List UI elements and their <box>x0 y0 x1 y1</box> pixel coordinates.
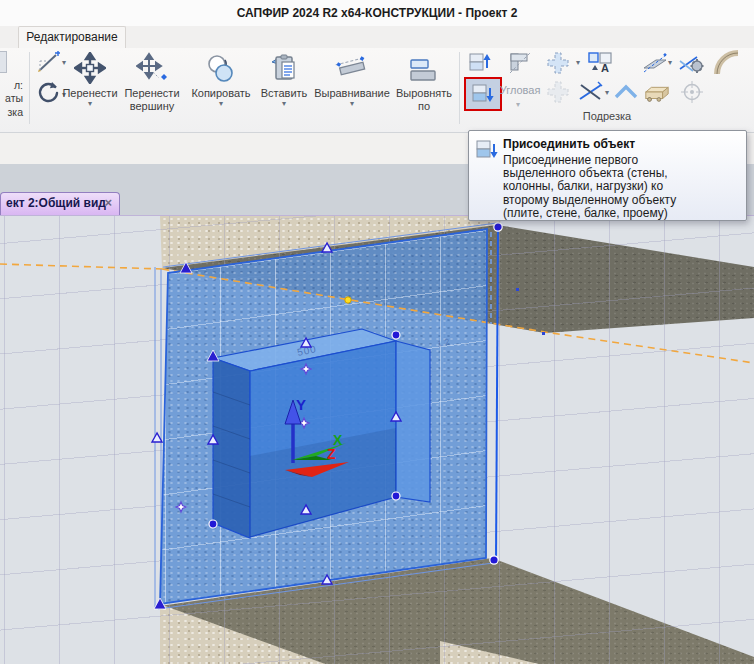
slope-trim-button[interactable] <box>641 50 669 76</box>
svg-text:1 2: 1 2 <box>436 337 450 349</box>
attach-top-button[interactable] <box>466 50 494 76</box>
paste-icon <box>256 50 312 84</box>
align-to-label: Выровнять <box>392 87 456 100</box>
align-pattern-icon: А <box>587 51 613 75</box>
arch-trim-icon <box>613 80 639 104</box>
axis-y-label: Y <box>296 396 306 413</box>
copy-dropdown[interactable]: ▾ <box>186 100 256 108</box>
move-dropdown[interactable]: ▾ <box>62 100 118 108</box>
view-tab-label: ект 2:Общий вид <box>6 196 106 210</box>
corner-trim-icon <box>508 51 532 75</box>
attach-top-icon <box>469 52 491 74</box>
group-separator <box>29 52 30 124</box>
move-vertex-label: Перенести <box>118 87 186 100</box>
attach-object-icon <box>476 139 498 161</box>
align-pattern-button[interactable]: А <box>586 50 614 76</box>
box-left-face <box>213 358 250 538</box>
cross-trim-dropdown[interactable]: ▾ <box>576 58 580 67</box>
align-to-icon <box>392 50 456 84</box>
ribbon: л: аты зка ▾ ▾ <box>0 48 754 133</box>
clipped-label-coordinates: аты <box>0 92 23 104</box>
slope-trim-dropdown[interactable]: ▾ <box>668 58 672 67</box>
app-window: САПФИР 2024 R2 x64-КОНСТРУКЦИИ - Проект … <box>0 0 754 664</box>
wall-right-edge-line <box>496 226 498 561</box>
rotate-button[interactable] <box>34 80 62 106</box>
arch-trim-button[interactable] <box>612 79 640 105</box>
trim-settings-button[interactable] <box>678 50 706 76</box>
window-title: САПФИР 2024 R2 x64-КОНСТРУКЦИИ - Проект … <box>237 6 518 20</box>
clipped-label-snap: зка <box>0 106 23 118</box>
target-tool-button[interactable] <box>678 79 706 105</box>
tooltip-title: Присоединить объект <box>503 137 635 151</box>
paste-dropdown[interactable]: ▾ <box>256 100 312 108</box>
selection-overlay: 500 1 2 <box>0 216 754 664</box>
selected-box[interactable] <box>213 329 430 538</box>
corner-trim-text-dropdown[interactable]: ▾ <box>516 100 520 109</box>
cross-trim-icon <box>546 51 570 75</box>
cross-trim-button[interactable] <box>544 50 572 76</box>
align-to-button[interactable]: Выровнять по <box>392 50 456 113</box>
trim-settings-icon <box>679 51 705 75</box>
group-separator <box>459 52 460 124</box>
move-vertex-icon <box>118 50 186 84</box>
tooltip-body: Присоединение первого выделенного объект… <box>503 154 711 220</box>
arc-tool-icon <box>714 50 742 76</box>
beam-tool-button[interactable] <box>643 79 671 105</box>
view-tab-close-icon[interactable]: × <box>104 195 112 210</box>
copy-icon <box>186 50 256 84</box>
detach-icon <box>578 80 604 104</box>
arc-tool-button[interactable] <box>714 50 742 76</box>
rotate-icon <box>36 81 60 105</box>
ribbon-tab-strip: Редактирование <box>0 26 754 48</box>
move-vertex-button[interactable]: Перенести вершину <box>118 50 186 113</box>
line-icon <box>35 51 61 75</box>
draw-line-button[interactable] <box>34 50 62 76</box>
corner-trim-text: Угловая <box>500 84 541 96</box>
axis-z-label: Z <box>327 446 336 462</box>
move-button[interactable]: Перенести ▾ <box>62 50 118 108</box>
detach-dropdown[interactable]: ▾ <box>605 88 609 97</box>
snap-dot <box>542 332 545 335</box>
slope-trim-icon <box>642 51 668 75</box>
snap-dot <box>516 288 519 291</box>
tooltip-attach-object: Присоединить объект Присоединение первог… <box>468 130 747 221</box>
attach-object-button[interactable] <box>464 77 502 111</box>
title-bar: САПФИР 2024 R2 x64-КОНСТРУКЦИИ - Проект … <box>0 0 754 26</box>
align-dropdown[interactable]: ▾ <box>312 100 392 108</box>
copy-button[interactable]: Копировать ▾ <box>186 50 256 108</box>
move-vertex-label2: вершину <box>118 100 186 113</box>
align-icon <box>312 50 392 84</box>
paste-button[interactable]: Вставить ▾ <box>256 50 312 108</box>
attach-object-icon <box>472 83 494 105</box>
tab-editing-label: Редактирование <box>26 30 117 44</box>
viewport-3d[interactable]: 500 1 2 <box>0 215 754 664</box>
move-icon <box>62 50 118 84</box>
tab-editing[interactable]: Редактирование <box>18 26 126 48</box>
trim-group-label: Подрезка <box>462 110 752 122</box>
clipped-left-icon <box>0 51 7 73</box>
corner-trim-text-button[interactable]: Угловая <box>498 84 542 96</box>
beam-tool-icon <box>643 80 671 104</box>
view-tab-general-view[interactable]: ект 2:Общий вид × <box>0 192 120 215</box>
target-tool-icon <box>680 80 704 104</box>
cross-trim2-button[interactable] <box>544 79 572 105</box>
midpoint-handle-yellow[interactable] <box>345 297 351 303</box>
detach-button[interactable] <box>577 79 605 105</box>
svg-text:А: А <box>601 62 609 74</box>
align-to-label2: по <box>392 100 456 113</box>
cross-trim2-icon <box>546 80 570 104</box>
clipped-label-angle: л: <box>0 79 23 91</box>
align-button[interactable]: Выравнивание ▾ <box>312 50 392 108</box>
corner-trim-button[interactable] <box>506 50 534 76</box>
